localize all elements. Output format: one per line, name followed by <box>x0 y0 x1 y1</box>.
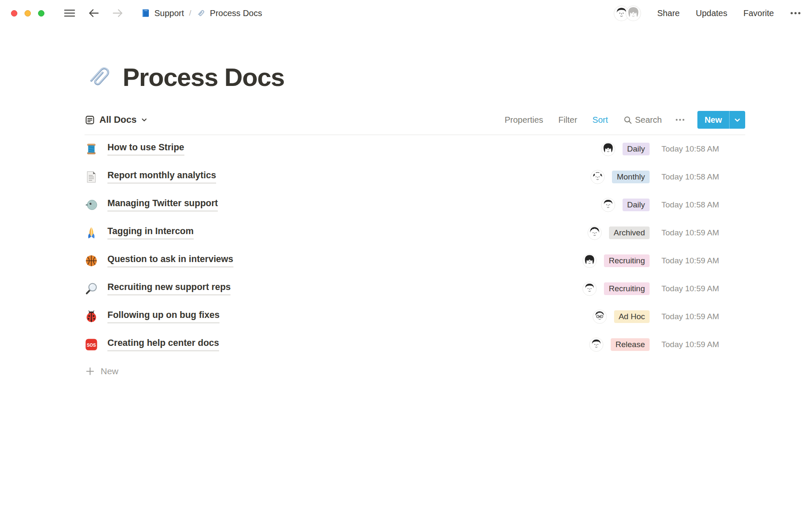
person-avatar[interactable] <box>582 254 597 268</box>
row-meta: Monthly Today 10:58 AM <box>590 170 745 184</box>
add-new-row-button[interactable]: New <box>85 359 745 384</box>
row-meta: Archived Today 10:59 AM <box>587 226 745 240</box>
last-edited-time: Today 10:59 AM <box>661 340 745 349</box>
page-title: Process Docs <box>123 63 285 92</box>
table-row[interactable]: Managing Twitter support Daily Today 10:… <box>85 191 745 219</box>
share-button[interactable]: Share <box>657 8 680 18</box>
doc-title-link[interactable]: Report monthly analytics <box>107 170 216 184</box>
doc-title-link[interactable]: Creating help center docs <box>107 338 219 351</box>
table-row[interactable]: Report monthly analytics Monthly Today 1… <box>85 163 745 191</box>
view-more-options-icon[interactable] <box>675 119 685 121</box>
tag-badge[interactable]: Archived <box>609 226 650 239</box>
tag-badge[interactable]: Recruiting <box>604 254 650 267</box>
sos-sign-icon: SOS <box>85 338 98 351</box>
doc-title-link[interactable]: Tagging in Intercom <box>107 226 194 240</box>
collaborator-avatars[interactable] <box>614 6 641 21</box>
table-row[interactable]: Following up on bug fixes Ad Hoc Today 1… <box>85 303 745 331</box>
doc-title-link[interactable]: Managing Twitter support <box>107 198 218 212</box>
window-controls <box>11 10 44 17</box>
add-new-row-label: New <box>101 366 118 376</box>
doc-title-link[interactable]: Following up on bug fixes <box>107 310 219 323</box>
doc-list: How to use Stripe Daily Today 10:58 AM R… <box>85 135 745 359</box>
view-controls: Properties Filter Sort Search New <box>489 111 745 129</box>
breadcrumb-separator: / <box>188 8 192 18</box>
last-edited-time: Today 10:59 AM <box>661 228 745 237</box>
row-meta: Daily Today 10:58 AM <box>601 142 745 156</box>
table-row[interactable]: Tagging in Intercom Archived Today 10:59… <box>85 219 745 247</box>
thread-spool-icon <box>85 142 98 156</box>
page-content: Process Docs All Docs Properties Filter … <box>85 62 745 384</box>
person-avatar[interactable] <box>587 226 602 240</box>
minimize-window-button[interactable] <box>25 10 31 17</box>
row-meta: Recruiting Today 10:59 AM <box>582 254 745 268</box>
more-options-icon[interactable] <box>790 11 801 15</box>
view-name: All Docs <box>99 114 137 125</box>
close-window-button[interactable] <box>11 10 17 17</box>
svg-text:SOS: SOS <box>87 343 96 348</box>
paperclip-page-icon[interactable] <box>85 62 115 92</box>
breadcrumb: Support / Process Docs <box>140 8 262 18</box>
tag-badge[interactable]: Daily <box>623 143 650 155</box>
person-avatar[interactable] <box>589 337 604 352</box>
table-row[interactable]: How to use Stripe Daily Today 10:58 AM <box>85 135 745 163</box>
person-avatar[interactable] <box>582 282 597 296</box>
ladybug-icon <box>85 310 98 323</box>
person-avatar[interactable] <box>601 142 615 156</box>
new-button[interactable]: New <box>697 111 729 129</box>
table-row[interactable]: Recruiting new support reps Recruiting T… <box>85 275 745 303</box>
search-label: Search <box>635 115 662 125</box>
last-edited-time: Today 10:59 AM <box>661 284 745 293</box>
tag-badge[interactable]: Monthly <box>612 171 650 183</box>
last-edited-time: Today 10:58 AM <box>661 200 745 210</box>
row-meta: Recruiting Today 10:59 AM <box>582 282 745 296</box>
new-dropdown-chevron-icon[interactable] <box>730 111 745 129</box>
properties-button[interactable]: Properties <box>505 115 543 125</box>
filter-button[interactable]: Filter <box>558 115 577 125</box>
back-arrow-icon[interactable] <box>88 8 99 18</box>
tag-badge[interactable]: Ad Hoc <box>614 310 650 323</box>
person-avatar[interactable] <box>593 309 607 324</box>
row-meta: Daily Today 10:58 AM <box>601 198 745 212</box>
page-header: Process Docs <box>85 62 745 92</box>
sidebar-toggle-icon[interactable] <box>64 8 75 18</box>
new-button-group: New <box>697 111 745 129</box>
breadcrumb-process-docs[interactable]: Process Docs <box>196 8 262 18</box>
list-view-icon <box>85 115 95 125</box>
collaborator-avatar <box>625 6 641 21</box>
topbar-actions: Share Updates Favorite <box>614 6 801 21</box>
search-button[interactable]: Search <box>623 115 662 125</box>
doc-title-link[interactable]: Recruiting new support reps <box>107 282 230 295</box>
favorite-button[interactable]: Favorite <box>743 8 774 18</box>
row-meta: Release Today 10:59 AM <box>589 337 745 352</box>
bird-icon <box>85 198 98 212</box>
magnifier-icon <box>85 282 98 295</box>
table-row[interactable]: Question to ask in interviews Recruiting… <box>85 247 745 275</box>
forward-arrow-icon[interactable] <box>112 8 123 18</box>
last-edited-time: Today 10:58 AM <box>661 172 745 182</box>
chevron-down-icon <box>141 116 148 123</box>
breadcrumb-support[interactable]: Support <box>140 8 184 18</box>
person-avatar[interactable] <box>590 170 605 184</box>
tag-badge[interactable]: Release <box>611 338 650 351</box>
last-edited-time: Today 10:58 AM <box>661 144 745 154</box>
zoom-window-button[interactable] <box>38 10 44 17</box>
document-page-icon <box>85 170 98 184</box>
tag-badge[interactable]: Daily <box>623 199 650 211</box>
view-selector[interactable]: All Docs <box>85 114 148 125</box>
doc-title-link[interactable]: How to use Stripe <box>107 142 184 156</box>
basketball-icon <box>85 254 98 268</box>
breadcrumb-page-label: Process Docs <box>210 8 262 18</box>
paperclip-icon <box>196 8 206 18</box>
search-icon <box>623 116 632 124</box>
view-toolbar: All Docs Properties Filter Sort Search N… <box>85 111 745 135</box>
doc-title-link[interactable]: Question to ask in interviews <box>107 254 233 268</box>
praying-hands-icon <box>85 226 98 240</box>
row-meta: Ad Hoc Today 10:59 AM <box>593 309 745 324</box>
tag-badge[interactable]: Recruiting <box>604 282 650 295</box>
last-edited-time: Today 10:59 AM <box>661 312 745 321</box>
plus-icon <box>85 367 95 376</box>
sort-button[interactable]: Sort <box>593 115 608 125</box>
updates-button[interactable]: Updates <box>696 8 727 18</box>
person-avatar[interactable] <box>601 198 615 212</box>
table-row[interactable]: SOS Creating help center docs Release To… <box>85 331 745 359</box>
